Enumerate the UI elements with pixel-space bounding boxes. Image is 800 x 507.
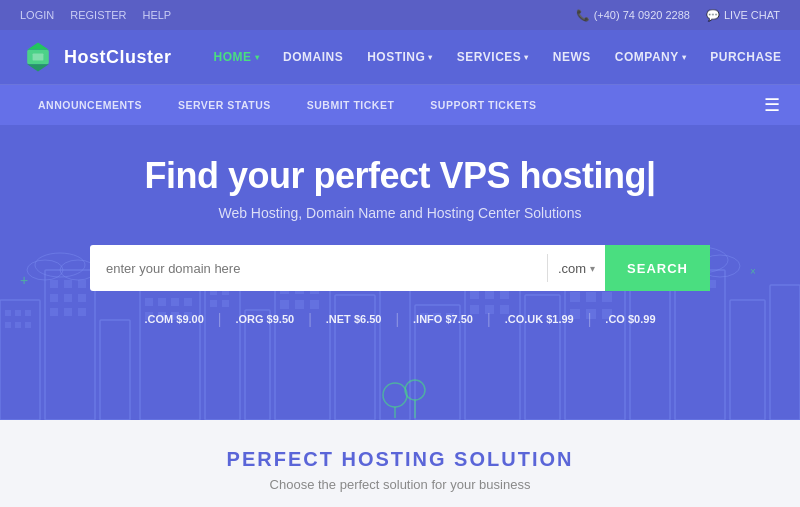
svg-rect-3 (33, 53, 44, 60)
logo-text: HostCluster (64, 47, 172, 68)
chevron-down-icon: ▾ (524, 53, 529, 62)
help-link[interactable]: HELP (142, 9, 171, 21)
nav-item-services[interactable]: SERVICES ▾ (445, 30, 541, 85)
chevron-down-icon: ▾ (590, 263, 595, 274)
nav-item-domains[interactable]: DOMAINS (271, 30, 355, 85)
chat-icon: 💬 (706, 9, 720, 22)
domain-prices: .COM $9.00 | .ORG $9.50 | .NET $6.50 | .… (75, 311, 725, 327)
nav-item-news[interactable]: NEWS (541, 30, 603, 85)
logo[interactable]: HostCluster (20, 39, 172, 75)
domain-price-org: .ORG $9.50 (221, 313, 308, 325)
svg-marker-1 (27, 43, 49, 50)
chevron-down-icon: ▾ (428, 53, 433, 62)
sec-nav-server-status[interactable]: SERVER STATUS (160, 85, 289, 125)
svg-point-78 (383, 383, 407, 407)
bottom-section: PERFECT HOSTING SOLUTION Choose the perf… (0, 420, 800, 507)
svg-rect-8 (5, 322, 11, 328)
hero-subtitle: Web Hosting, Domain Name and Hosting Cen… (20, 205, 780, 221)
secondary-nav: ANNOUNCEMENTS SERVER STATUS SUBMIT TICKE… (0, 85, 800, 125)
sec-nav-support-tickets[interactable]: SUPPORT TICKETS (412, 85, 554, 125)
domain-search-input[interactable] (90, 245, 547, 291)
domain-price-com: .COM $9.00 (130, 313, 217, 325)
domain-price-co: .CO $0.99 (591, 313, 669, 325)
svg-rect-5 (5, 310, 11, 316)
register-link[interactable]: REGISTER (70, 9, 126, 21)
top-bar: LOGIN REGISTER HELP 📞 (+40) 74 0920 2288… (0, 0, 800, 30)
sec-nav-submit-ticket[interactable]: SUBMIT TICKET (289, 85, 413, 125)
nav-item-company[interactable]: COMPANY ▾ (603, 30, 698, 85)
hero-section: + × × + Find your perfect VPS hosting| W… (0, 125, 800, 420)
nav-item-purchase[interactable]: PURCHASE (698, 30, 793, 85)
top-bar-contact: 📞 (+40) 74 0920 2288 💬 LIVE CHAT (576, 9, 780, 22)
bottom-title: PERFECT HOSTING SOLUTION (20, 448, 780, 471)
hero-content: Find your perfect VPS hosting| Web Hosti… (20, 155, 780, 327)
domain-price-net: .NET $6.50 (312, 313, 396, 325)
hero-title: Find your perfect VPS hosting| (20, 155, 780, 197)
domain-price-info: .INFO $7.50 (399, 313, 487, 325)
phone-number[interactable]: 📞 (+40) 74 0920 2288 (576, 9, 690, 22)
sec-nav-announcements[interactable]: ANNOUNCEMENTS (20, 85, 160, 125)
phone-icon: 📞 (576, 9, 590, 22)
main-nav: HostCluster HOME ▾ DOMAINS HOSTING ▾ SER… (0, 30, 800, 85)
nav-item-home[interactable]: HOME ▾ (202, 30, 272, 85)
livechat-button[interactable]: 💬 LIVE CHAT (706, 9, 780, 22)
domain-search-bar: .com ▾ SEARCH (90, 245, 710, 291)
hamburger-menu[interactable]: ☰ (764, 94, 780, 116)
sec-nav-links: ANNOUNCEMENTS SERVER STATUS SUBMIT TICKE… (20, 85, 554, 125)
login-link[interactable]: LOGIN (20, 9, 54, 21)
top-bar-links: LOGIN REGISTER HELP (20, 9, 171, 21)
svg-marker-2 (27, 64, 49, 71)
tld-selector[interactable]: .com ▾ (548, 245, 605, 291)
logo-icon (20, 39, 56, 75)
bottom-subtitle: Choose the perfect solution for your bus… (20, 477, 780, 492)
chevron-down-icon: ▾ (255, 53, 260, 62)
tld-value: .com (558, 261, 586, 276)
domain-price-couk: .CO.UK $1.99 (491, 313, 588, 325)
nav-item-hosting[interactable]: HOSTING ▾ (355, 30, 445, 85)
chevron-down-icon: ▾ (682, 53, 687, 62)
svg-rect-21 (100, 320, 130, 420)
nav-links: HOME ▾ DOMAINS HOSTING ▾ SERVICES ▾ NEWS… (202, 30, 794, 85)
search-button[interactable]: SEARCH (605, 245, 710, 291)
